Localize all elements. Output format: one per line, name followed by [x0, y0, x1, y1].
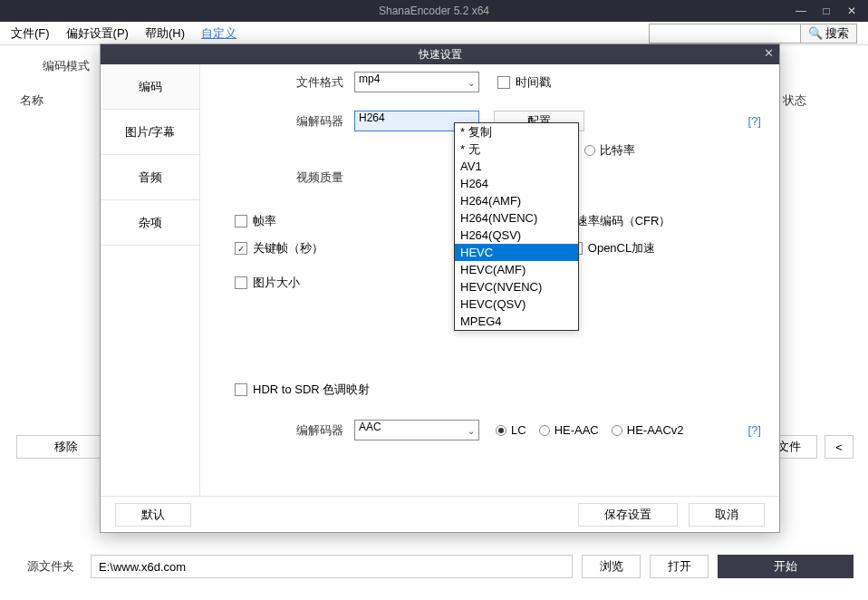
bitrate-radio[interactable] [584, 145, 595, 156]
tab-subtitle[interactable]: 图片/字幕 [101, 110, 199, 155]
start-button[interactable]: 开始 [718, 555, 854, 578]
source-folder-input[interactable] [91, 555, 573, 578]
search-area: 🔍 搜索 [649, 24, 857, 44]
hdr-label: HDR to SDR 色调映射 [253, 382, 370, 398]
row-hdr: HDR to SDR 色调映射 [235, 382, 761, 398]
bottom-row-source: 源文件夹 浏览 打开 开始 [14, 555, 854, 578]
lc-label: LC [511, 423, 526, 437]
picture-size-label: 图片大小 [253, 275, 300, 291]
framerate-label: 帧率 [253, 213, 276, 229]
dropdown-item[interactable]: H264 [455, 175, 578, 192]
encoding-mode-label: 编码模式 [43, 58, 90, 74]
dropdown-item[interactable]: MPEG4 [455, 313, 578, 330]
tab-encode[interactable]: 编码 [101, 64, 199, 110]
audio-codec-value: AAC [359, 421, 381, 433]
timestamp-label: 时间戳 [516, 74, 551, 91]
menu-custom[interactable]: 自定义 [201, 25, 236, 42]
browse-button[interactable]: 浏览 [582, 555, 641, 578]
file-format-value: mp4 [359, 73, 380, 85]
codec-label: 编解码器 [218, 113, 354, 130]
framerate-checkbox[interactable] [235, 215, 247, 227]
help-link[interactable]: [?] [748, 114, 761, 128]
file-format-label: 文件格式 [218, 74, 354, 91]
heaac-radio[interactable] [539, 425, 550, 436]
heaac-label: HE-AAC [555, 423, 599, 437]
keyframe-label: 关键帧（秒） [253, 240, 323, 256]
picture-size-checkbox[interactable] [235, 276, 247, 289]
dropdown-item[interactable]: H264(NVENC) [455, 209, 578, 227]
menu-file[interactable]: 文件(F) [11, 25, 50, 42]
close-button[interactable]: ✕ [839, 0, 864, 22]
dialog-close-icon[interactable]: ✕ [764, 46, 774, 60]
status-column-label: 状态 [783, 92, 806, 109]
dropdown-item[interactable]: AV1 [455, 158, 578, 175]
audio-codec-select[interactable]: AAC ⌄ [354, 420, 479, 440]
dialog-content: 文件格式 mp4 ⌄ 时间戳 编解码器 H264 ⌄ 配置 [?] [200, 64, 779, 496]
audio-codec-label: 编解码器 [218, 422, 354, 439]
titlebar: ShanaEncoder 5.2 x64 — □ ✕ [0, 0, 868, 22]
search-label: 搜索 [825, 25, 849, 42]
search-icon: 🔍 [808, 26, 823, 40]
heaacv2-label: HE-AACv2 [627, 423, 684, 437]
cancel-button[interactable]: 取消 [689, 503, 765, 527]
dropdown-item[interactable]: H264(QSV) [455, 227, 578, 244]
tab-misc[interactable]: 杂项 [101, 200, 199, 246]
video-quality-label: 视频质量 [218, 169, 354, 186]
save-settings-button[interactable]: 保存设置 [578, 503, 678, 527]
dialog-sidebar: 编码 图片/字幕 音频 杂项 [101, 64, 200, 496]
window-controls: — □ ✕ [788, 0, 864, 22]
row-audio-codec: 编解码器 AAC ⌄ LC HE-AAC HE-AACv2 [?] [218, 420, 761, 440]
bitrate-label: 比特率 [600, 142, 635, 159]
dropdown-item[interactable]: HEVC(QSV) [455, 295, 578, 313]
search-input[interactable] [649, 24, 801, 44]
codec-dropdown-list: * 复制* 无AV1H264H264(AMF)H264(NVENC)H264(Q… [454, 122, 579, 331]
default-button[interactable]: 默认 [115, 503, 191, 527]
titlebar-text: ShanaEncoder 5.2 x64 [379, 5, 489, 17]
maximize-button[interactable]: □ [814, 0, 839, 22]
lc-radio[interactable] [496, 425, 506, 436]
tab-audio[interactable]: 音频 [101, 155, 199, 200]
chevron-down-icon: ⌄ [468, 425, 475, 435]
quick-settings-dialog: 快速设置 ✕ 编码 图片/字幕 音频 杂项 文件格式 mp4 ⌄ 时间戳 [100, 44, 780, 533]
minimize-button[interactable]: — [788, 0, 814, 22]
timestamp-checkbox[interactable] [497, 76, 510, 89]
codec-value: H264 [359, 111, 385, 124]
dialog-footer: 默认 保存设置 取消 [101, 496, 779, 532]
chevron-down-icon: ⌄ [468, 77, 475, 87]
search-button[interactable]: 🔍 搜索 [801, 24, 857, 44]
opencl-label: OpenCL加速 [588, 240, 655, 256]
dropdown-item[interactable]: HEVC [455, 244, 578, 261]
name-column-label: 名称 [20, 92, 43, 109]
dialog-titlebar: 快速设置 ✕ [101, 44, 779, 64]
dropdown-item[interactable]: HEVC(AMF) [455, 261, 578, 278]
open-button[interactable]: 打开 [650, 555, 709, 578]
dropdown-item[interactable]: HEVC(NVENC) [455, 278, 578, 295]
hdr-checkbox[interactable] [235, 383, 247, 396]
help-link-audio[interactable]: [?] [748, 423, 761, 437]
row-file-format: 文件格式 mp4 ⌄ 时间戳 [218, 72, 761, 92]
dropdown-item[interactable]: * 无 [455, 140, 578, 158]
heaacv2-radio[interactable] [612, 425, 622, 436]
source-folder-label: 源文件夹 [14, 558, 82, 575]
bottom-bar: 移除 文件 < 源文件夹 浏览 打开 开始 [0, 551, 868, 600]
dropdown-item[interactable]: H264(AMF) [455, 192, 578, 209]
menu-preferences[interactable]: 偏好设置(P) [66, 25, 129, 42]
menu-help[interactable]: 帮助(H) [145, 25, 185, 42]
dropdown-item[interactable]: * 复制 [455, 123, 578, 140]
file-format-select[interactable]: mp4 ⌄ [354, 72, 479, 92]
dialog-title: 快速设置 [419, 47, 462, 63]
dialog-body: 编码 图片/字幕 音频 杂项 文件格式 mp4 ⌄ 时间戳 编解码器 H26 [101, 64, 779, 496]
menubar: 文件(F) 偏好设置(P) 帮助(H) 自定义 🔍 搜索 [0, 22, 868, 45]
keyframe-checkbox[interactable] [235, 242, 247, 255]
